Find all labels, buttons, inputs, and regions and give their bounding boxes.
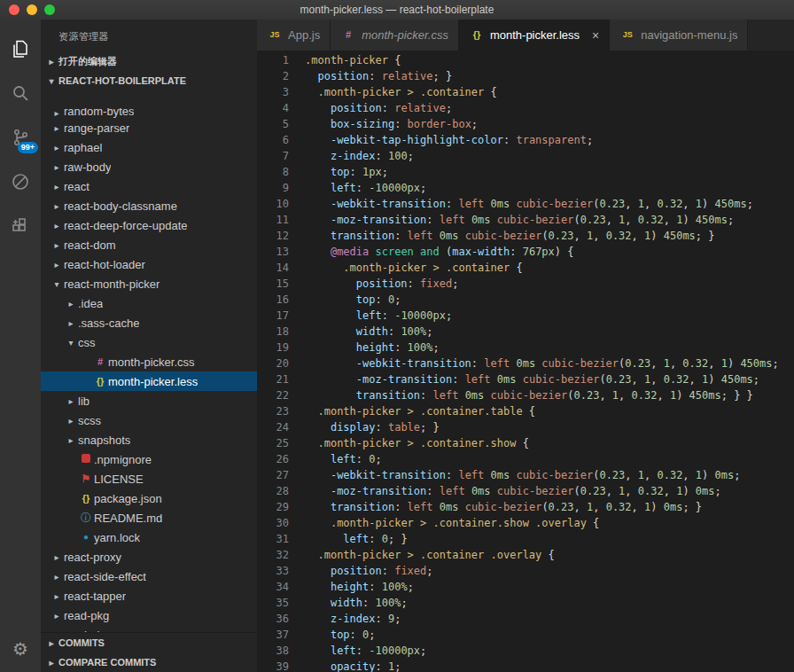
code-line[interactable]: 28 -moz-transition: left 0ms cubic-bezie… bbox=[257, 483, 794, 499]
tree-item-snapshots[interactable]: ▸snapshots bbox=[41, 430, 257, 449]
code-editor[interactable]: 1.month-picker {2 position: relative; }3… bbox=[257, 51, 794, 672]
tab-month-picker.css[interactable]: #month-picker.css bbox=[331, 20, 459, 51]
code-line[interactable]: 15 position: fixed; bbox=[257, 276, 794, 292]
line-content: -moz-transition: left 0ms cubic-bezier(0… bbox=[305, 212, 734, 228]
section-header-compare-commits[interactable]: ▸COMPARE COMMITS bbox=[41, 652, 257, 672]
code-line[interactable]: 1.month-picker { bbox=[257, 52, 794, 68]
code-line[interactable]: 12 transition: left 0ms cubic-bezier(0.2… bbox=[257, 228, 794, 244]
tree-item-.idea[interactable]: ▸.idea bbox=[41, 293, 257, 313]
code-line[interactable]: 30 .month-picker > .container.show .over… bbox=[257, 515, 794, 531]
code-line[interactable]: 17 left: -10000px; bbox=[257, 308, 794, 324]
tree-item-react-side-effect[interactable]: ▸react-side-effect bbox=[41, 567, 257, 586]
search-icon[interactable] bbox=[0, 71, 41, 115]
tree-item-read-pkg[interactable]: ▸read-pkg bbox=[41, 606, 257, 625]
close-window-button[interactable] bbox=[9, 4, 19, 15]
tree-item-yarn.lock[interactable]: ●yarn.lock bbox=[41, 527, 257, 547]
code-line[interactable]: 35 width: 100%; bbox=[257, 595, 794, 611]
line-number: 10 bbox=[257, 196, 289, 212]
tree-item-react-hot-loader[interactable]: ▸react-hot-loader bbox=[41, 254, 257, 274]
minimize-window-button[interactable] bbox=[27, 4, 37, 15]
code-line[interactable]: 13 @media screen and (max-width: 767px) … bbox=[257, 244, 794, 260]
tab-App.js[interactable]: JSApp.js bbox=[257, 20, 331, 51]
tree-item-react-body-classname[interactable]: ▸react-body-classname bbox=[41, 196, 257, 215]
code-line[interactable]: 10 -webkit-transition: left 0ms cubic-be… bbox=[257, 196, 794, 212]
titlebar: month-picker.less — react-hot-boilerplat… bbox=[0, 0, 794, 20]
code-line[interactable]: 5 box-sizing: border-box; bbox=[257, 116, 794, 132]
settings-gear-icon[interactable]: ⚙ bbox=[0, 633, 41, 665]
project-root-header[interactable]: ▾ REACT-HOT-BOILERPLATE bbox=[41, 71, 257, 90]
tree-item-label: react-deep-force-update bbox=[64, 219, 187, 232]
tree-item-README.md[interactable]: ⓘREADME.md bbox=[41, 508, 257, 527]
code-line[interactable]: 25 .month-picker > .container.show { bbox=[257, 435, 794, 451]
tab-label: month-picker.less bbox=[490, 28, 580, 42]
extensions-icon[interactable] bbox=[0, 204, 41, 248]
code-line[interactable]: 3 .month-picker > .container { bbox=[257, 84, 794, 100]
code-line[interactable]: 18 width: 100%; bbox=[257, 324, 794, 340]
source-control-icon[interactable]: 99+ bbox=[0, 115, 41, 160]
section-label: COMPARE COMMITS bbox=[58, 657, 156, 668]
line-number: 1 bbox=[257, 52, 289, 68]
tree-item-random-bytes[interactable]: ▸random-bytes bbox=[41, 108, 257, 118]
code-line[interactable]: 2 position: relative; } bbox=[257, 68, 794, 84]
code-line[interactable]: 37 top: 0; bbox=[257, 627, 794, 643]
code-line[interactable]: 31 left: 0; } bbox=[257, 531, 794, 547]
code-line[interactable]: 32 .month-picker > .container .overlay { bbox=[257, 547, 794, 563]
tree-item-LICENSE[interactable]: ⚑LICENSE bbox=[41, 469, 257, 488]
tree-item-month-picker.less[interactable]: {}month-picker.less bbox=[41, 371, 257, 391]
code-line[interactable]: 29 transition: left 0ms cubic-bezier(0.2… bbox=[257, 499, 794, 515]
code-line[interactable]: 7 z-index: 100; bbox=[257, 148, 794, 164]
tree-item-scss[interactable]: ▸scss bbox=[41, 410, 257, 430]
line-number: 16 bbox=[257, 292, 289, 308]
tab-navigation-menu.js[interactable]: JSnavigation-menu.js bbox=[610, 20, 748, 51]
code-line[interactable]: 23 .month-picker > .container.table { bbox=[257, 403, 794, 419]
code-line[interactable]: 4 position: relative; bbox=[257, 100, 794, 116]
code-line[interactable]: 21 -moz-transition: left 0ms cubic-bezie… bbox=[257, 371, 794, 387]
line-number: 33 bbox=[257, 563, 289, 579]
line-content: -webkit-transition: left 0ms cubic-bezie… bbox=[305, 196, 753, 212]
code-line[interactable]: 39 opacity: 1; bbox=[257, 659, 794, 672]
debug-icon[interactable] bbox=[0, 160, 41, 204]
explorer-icon[interactable] bbox=[0, 27, 41, 71]
code-line[interactable]: 24 display: table; } bbox=[257, 419, 794, 435]
code-line[interactable]: 36 z-index: 9; bbox=[257, 611, 794, 627]
code-line[interactable]: 26 left: 0; bbox=[257, 451, 794, 467]
tree-item-range-parser[interactable]: ▸range-parser bbox=[41, 118, 257, 137]
chevron-right-icon: ▸ bbox=[64, 318, 78, 328]
code-line[interactable]: 33 position: fixed; bbox=[257, 563, 794, 579]
code-line[interactable]: 27 -webkit-transition: left 0ms cubic-be… bbox=[257, 467, 794, 483]
tree-item-react[interactable]: ▸react bbox=[41, 176, 257, 196]
tab-month-picker.less[interactable]: {}month-picker.less× bbox=[459, 20, 610, 51]
tree-item-package.json[interactable]: {}package.json bbox=[41, 488, 257, 508]
chevron-right-icon: ▸ bbox=[50, 108, 64, 118]
tree-item-react-dom[interactable]: ▸react-dom bbox=[41, 235, 257, 254]
tree-item-react-proxy[interactable]: ▸react-proxy bbox=[41, 547, 257, 567]
code-line[interactable]: 19 height: 100%; bbox=[257, 340, 794, 356]
tree-item-month-picker.css[interactable]: #month-picker.css bbox=[41, 352, 257, 371]
tree-item-raw-body[interactable]: ▸raw-body bbox=[41, 157, 257, 176]
open-editors-header[interactable]: ▸ 打开的编辑器 bbox=[41, 51, 257, 71]
code-line[interactable]: 14 .month-picker > .container { bbox=[257, 260, 794, 276]
tree-item-raphael[interactable]: ▸raphael bbox=[41, 137, 257, 157]
line-number: 6 bbox=[257, 132, 289, 148]
code-line[interactable]: 22 transition: left 0ms cubic-bezier(0.2… bbox=[257, 387, 794, 403]
code-line[interactable]: 34 height: 100%; bbox=[257, 579, 794, 595]
code-line[interactable]: 11 -moz-transition: left 0ms cubic-bezie… bbox=[257, 212, 794, 228]
zoom-window-button[interactable] bbox=[44, 4, 55, 15]
section-header-commits[interactable]: ▸COMMITS bbox=[41, 633, 257, 652]
tree-item-react-tapper[interactable]: ▸react-tapper bbox=[41, 586, 257, 606]
tree-item-react-month-picker[interactable]: ▾react-month-picker bbox=[41, 274, 257, 293]
code-line[interactable]: 16 top: 0; bbox=[257, 292, 794, 308]
tree-item-react-deep-force-update[interactable]: ▸react-deep-force-update bbox=[41, 215, 257, 235]
code-line[interactable]: 20 -webkit-transition: left 0ms cubic-be… bbox=[257, 356, 794, 371]
chevron-right-icon: ▸ bbox=[50, 221, 64, 231]
code-line[interactable]: 6 -webkit-tap-highlight-color: transpare… bbox=[257, 132, 794, 148]
code-line[interactable]: 8 top: 1px; bbox=[257, 164, 794, 180]
close-tab-icon[interactable]: × bbox=[592, 29, 599, 42]
tree-item-lib[interactable]: ▸lib bbox=[41, 391, 257, 410]
tree-item-.npmignore[interactable]: .npmignore bbox=[41, 449, 257, 469]
tree-item-.sass-cache[interactable]: ▸.sass-cache bbox=[41, 313, 257, 332]
code-line[interactable]: 38 left: -10000px; bbox=[257, 643, 794, 659]
tree-item-css[interactable]: ▾css bbox=[41, 332, 257, 352]
code-line[interactable]: 9 left: -10000px; bbox=[257, 180, 794, 196]
chevron-right-icon: ▸ bbox=[50, 552, 64, 562]
